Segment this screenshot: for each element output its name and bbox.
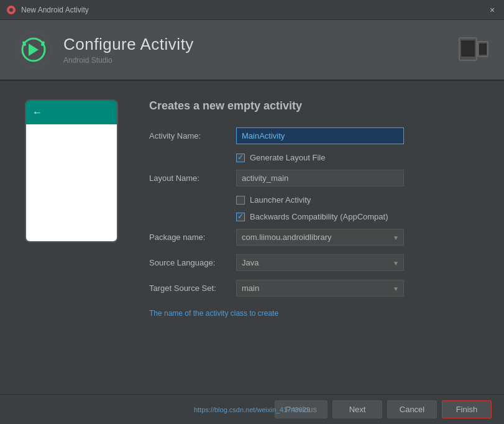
form-title: Creates a new empty activity — [149, 99, 479, 113]
package-name-label: Package name: — [149, 233, 236, 242]
launcher-activity-checkbox[interactable] — [236, 196, 245, 205]
launcher-activity-label: Launcher Activity — [250, 195, 311, 205]
package-name-select[interactable]: com.liimou.androidlibrary — [236, 229, 404, 246]
phone-back-arrow: ← — [32, 107, 42, 118]
phone-preview: ← — [25, 99, 124, 318]
phone-top-bar: ← — [26, 101, 117, 124]
target-source-label: Target Source Set: — [149, 283, 236, 293]
layout-name-label: Layout Name: — [149, 173, 236, 183]
launcher-activity-row: Launcher Activity — [236, 195, 479, 205]
layout-name-row: Layout Name: — [149, 170, 479, 187]
dialog-subtitle: Android Studio — [63, 56, 194, 65]
window-title: New Android Activity — [21, 6, 487, 14]
main-content: ← Creates a new empty activity Activity … — [0, 81, 504, 336]
source-language-select-wrapper: JavaKotlin ▼ — [236, 254, 404, 271]
generate-layout-checkbox[interactable] — [236, 154, 245, 162]
layout-name-input[interactable] — [236, 170, 404, 187]
svg-point-1 — [9, 8, 13, 12]
target-source-select[interactable]: main — [236, 280, 404, 297]
dialog-header: Configure Activity Android Studio — [0, 20, 504, 81]
dialog-title: Configure Activity — [63, 35, 194, 54]
finish-button[interactable]: Finish — [442, 400, 492, 418]
generate-layout-row: Generate Layout File — [236, 153, 479, 162]
source-language-select[interactable]: JavaKotlin — [236, 254, 404, 271]
svg-rect-10 — [479, 44, 487, 55]
hint-text: The name of the activity class to create — [149, 309, 479, 318]
backwards-compat-checkbox[interactable] — [236, 213, 245, 221]
phone-mockup: ← — [25, 99, 118, 242]
close-button[interactable]: × — [487, 4, 498, 16]
activity-name-input[interactable] — [236, 127, 404, 144]
phone-body — [26, 124, 117, 242]
activity-name-row: Activity Name: — [149, 127, 479, 144]
package-name-select-wrapper: com.liimou.androidlibrary ▼ — [236, 229, 404, 246]
title-bar: New Android Activity × — [0, 0, 504, 20]
android-studio-icon — [6, 5, 16, 15]
package-name-row: Package name: com.liimou.androidlibrary … — [149, 229, 479, 246]
source-language-label: Source Language: — [149, 258, 236, 267]
device-icon — [458, 37, 489, 63]
target-source-select-wrapper: main ▼ — [236, 280, 404, 297]
generate-layout-label: Generate Layout File — [250, 153, 325, 162]
android-studio-logo — [15, 31, 52, 68]
svg-rect-8 — [461, 40, 475, 57]
source-language-row: Source Language: JavaKotlin ▼ — [149, 254, 479, 271]
activity-name-label: Activity Name: — [149, 131, 236, 141]
form-section: Creates a new empty activity Activity Na… — [149, 99, 479, 318]
backwards-compat-label: Backwards Compatibility (AppCompat) — [250, 212, 388, 221]
bottom-bar: https://blog.csdn.net/weixin_41743629 Pr… — [0, 394, 504, 424]
next-button[interactable]: Next — [332, 400, 382, 418]
target-source-row: Target Source Set: main ▼ — [149, 280, 479, 297]
footer-url: https://blog.csdn.net/weixin_41743629 — [194, 406, 310, 413]
backwards-compat-row: Backwards Compatibility (AppCompat) — [236, 212, 479, 221]
cancel-button[interactable]: Cancel — [387, 400, 437, 418]
